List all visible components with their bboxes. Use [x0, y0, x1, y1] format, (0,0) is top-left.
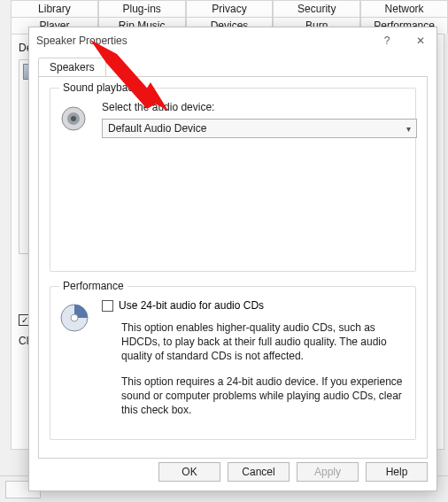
bg-tab-plugins[interactable]: Plug-ins [98, 0, 186, 17]
chevron-down-icon: ▾ [406, 124, 411, 134]
perf-desc-1: This option enables higher-quality audio… [121, 321, 406, 364]
use-24bit-label: Use 24-bit audio for audio CDs [119, 299, 264, 312]
svg-point-2 [71, 116, 76, 121]
sound-playback-title: Sound playback [59, 81, 142, 94]
help-icon[interactable]: ? [378, 35, 396, 47]
performance-group: Performance Use 24-bit audio for audio C… [50, 286, 416, 440]
bg-tab-network[interactable]: Network [360, 0, 448, 17]
help-button[interactable]: Help [366, 462, 428, 482]
apply-button[interactable]: Apply [297, 462, 359, 482]
cancel-button[interactable]: Cancel [228, 462, 290, 482]
audio-device-select[interactable]: Default Audio Device ▾ [102, 119, 417, 138]
perf-desc-2: This option requires a 24-bit audio devi… [121, 375, 406, 418]
dialog-title: Speaker Properties [36, 35, 127, 47]
titlebar: Speaker Properties ? ✕ [29, 27, 436, 54]
speaker-properties-dialog: Speaker Properties ? ✕ Speakers Sound pl… [28, 27, 437, 491]
ok-button[interactable]: OK [158, 462, 220, 482]
bg-tab-security[interactable]: Security [273, 0, 360, 17]
disc-icon [59, 303, 89, 333]
use-24bit-checkbox[interactable] [102, 300, 113, 312]
bg-tab-privacy[interactable]: Privacy [186, 0, 274, 17]
select-audio-device-label: Select the audio device: [102, 101, 406, 113]
speaker-icon [59, 104, 88, 133]
bg-tab-library[interactable]: Library [11, 0, 98, 17]
tab-speakers[interactable]: Speakers [38, 58, 106, 76]
dialog-body: Sound playback Select the audio device: … [38, 76, 428, 459]
close-icon[interactable]: ✕ [412, 35, 429, 47]
svg-point-4 [71, 314, 78, 321]
sound-playback-group: Sound playback Select the audio device: … [50, 88, 416, 272]
performance-title: Performance [59, 280, 127, 292]
audio-device-value: Default Audio Device [108, 122, 206, 135]
